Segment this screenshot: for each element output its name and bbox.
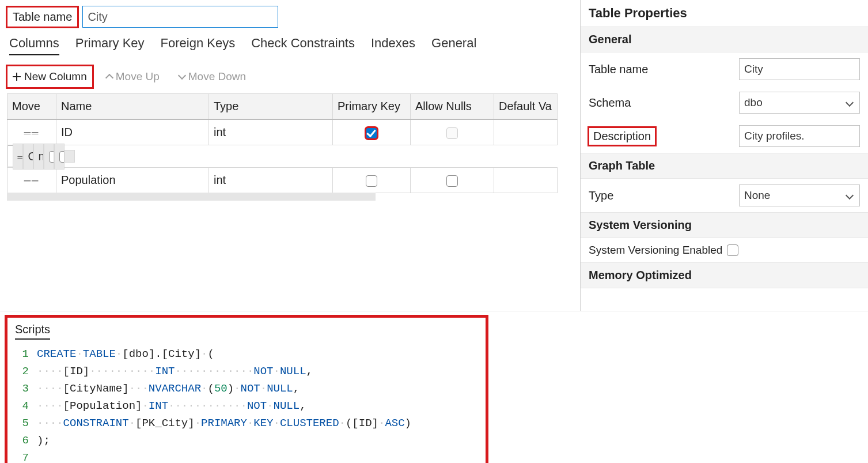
- prop-label-tablename: Table name: [589, 63, 733, 76]
- checkbox-allow-nulls[interactable]: [446, 127, 458, 139]
- cell-primary-key: [333, 168, 411, 193]
- move-down-button[interactable]: Move Down: [173, 66, 252, 88]
- prop-input-description[interactable]: [739, 125, 860, 147]
- scripts-title: Scripts: [15, 323, 50, 340]
- table-row[interactable]: ══Populationint: [7, 168, 558, 193]
- cell-primary-key: [44, 144, 54, 170]
- table-row[interactable]: ══IDint: [7, 119, 558, 145]
- move-up-label: Move Up: [116, 70, 160, 83]
- properties-title: Table Properties: [581, 6, 868, 27]
- prop-select-type-value: None: [744, 189, 770, 202]
- checkbox-allow-nulls[interactable]: [446, 175, 458, 187]
- scripts-box: Scripts 1CREATE·TABLE·[dbo].[City]·(2···…: [7, 317, 486, 463]
- cell-default[interactable]: [494, 119, 558, 145]
- drag-icon: ══: [24, 128, 40, 138]
- prop-row-description: Description: [581, 119, 868, 153]
- cell-type[interactable]: int: [209, 119, 333, 145]
- horizontal-scrollbar[interactable]: [7, 193, 376, 201]
- grid-header-name[interactable]: Name: [56, 94, 209, 120]
- grid-header-allownulls[interactable]: Allow Nulls: [411, 94, 494, 120]
- checkbox-primary-key[interactable]: [366, 127, 377, 139]
- prop-row-schema: Schema dbo: [581, 86, 868, 119]
- cell-default[interactable]: [65, 150, 75, 163]
- plus-icon: [13, 73, 21, 81]
- prop-label-sv-enabled: System Versioning Enabled: [589, 244, 722, 257]
- drag-icon: ══: [24, 176, 40, 186]
- section-system-versioning: System Versioning: [581, 212, 868, 238]
- grid-header-default[interactable]: Default Va: [494, 94, 558, 120]
- tab-check-constraints[interactable]: Check Constraints: [251, 36, 355, 54]
- properties-pane: Table Properties General Table name Sche…: [580, 0, 868, 311]
- chevron-down-icon: [846, 191, 854, 199]
- cell-name[interactable]: ID: [56, 119, 209, 145]
- table-name-label: Table name: [7, 7, 78, 27]
- prop-label-type: Type: [589, 189, 733, 202]
- cell-allow-nulls: [411, 168, 494, 193]
- prop-row-sv-enabled: System Versioning Enabled: [581, 238, 868, 262]
- prop-checkbox-sv-enabled[interactable]: [727, 244, 738, 256]
- section-memory-optimized: Memory Optimized: [581, 262, 868, 288]
- prop-row-type: Type None: [581, 179, 868, 212]
- section-general: General: [581, 27, 868, 52]
- app-root: Table name Columns Primary Key Foreign K…: [0, 0, 868, 463]
- main-area: Table name Columns Primary Key Foreign K…: [0, 0, 868, 311]
- chevron-down-icon: [178, 71, 186, 80]
- tab-primary-key[interactable]: Primary Key: [75, 36, 145, 54]
- cell-name[interactable]: CityName: [23, 144, 33, 170]
- prop-select-type[interactable]: None: [739, 185, 860, 206]
- tab-bar: Columns Primary Key Foreign Keys Check C…: [7, 36, 573, 55]
- columns-grid: Move Name Type Primary Key Allow Nulls D…: [7, 93, 558, 193]
- section-graph: Graph Table: [581, 153, 868, 179]
- move-up-button[interactable]: Move Up: [101, 66, 165, 88]
- cell-primary-key: [333, 119, 411, 145]
- prop-select-schema-value: dbo: [744, 96, 763, 109]
- new-column-button[interactable]: New Column: [7, 66, 93, 88]
- chevron-down-icon: [846, 99, 854, 107]
- prop-label-description: Description: [589, 127, 733, 145]
- prop-label-schema: Schema: [589, 96, 733, 110]
- tab-general[interactable]: General: [431, 36, 476, 54]
- checkbox-primary-key[interactable]: [49, 151, 54, 163]
- move-down-label: Move Down: [188, 70, 246, 83]
- cell-type[interactable]: nvarchar(50): [33, 144, 44, 170]
- grid-header-move: Move: [7, 94, 56, 120]
- chevron-up-icon: [105, 74, 113, 82]
- scripts-pane: Scripts 1CREATE·TABLE·[dbo].[City]·(2···…: [0, 311, 868, 463]
- cell-name[interactable]: Population: [56, 168, 209, 193]
- drag-handle[interactable]: ══: [13, 144, 23, 170]
- prop-row-tablename: Table name: [581, 52, 868, 86]
- tab-indexes[interactable]: Indexes: [371, 36, 415, 54]
- table-name-input[interactable]: [82, 6, 278, 28]
- tab-columns[interactable]: Columns: [9, 36, 59, 55]
- designer-pane: Table name Columns Primary Key Foreign K…: [0, 0, 580, 311]
- cell-allow-nulls: [54, 144, 65, 170]
- cell-type[interactable]: int: [209, 168, 333, 193]
- grid-header-type[interactable]: Type: [209, 94, 333, 120]
- drag-handle[interactable]: ══: [7, 119, 56, 145]
- drag-icon: ══: [18, 152, 23, 163]
- cell-default[interactable]: [494, 168, 558, 193]
- grid-header-row: Move Name Type Primary Key Allow Nulls D…: [7, 94, 558, 120]
- scripts-editor[interactable]: 1CREATE·TABLE·[dbo].[City]·(2····[ID]···…: [13, 345, 480, 463]
- table-name-row: Table name: [7, 6, 573, 28]
- new-column-label: New Column: [24, 70, 87, 83]
- drag-handle[interactable]: ══: [7, 168, 56, 193]
- prop-select-schema[interactable]: dbo: [739, 92, 860, 114]
- tab-foreign-keys[interactable]: Foreign Keys: [161, 36, 236, 54]
- checkbox-primary-key[interactable]: [366, 175, 377, 187]
- table-row[interactable]: ══CityNamenvarchar(50): [7, 145, 56, 167]
- columns-toolbar: New Column Move Up Move Down: [7, 66, 573, 88]
- checkbox-allow-nulls[interactable]: [59, 151, 65, 163]
- cell-allow-nulls: [411, 119, 494, 145]
- prop-input-tablename[interactable]: [739, 58, 860, 80]
- grid-header-primarykey[interactable]: Primary Key: [333, 94, 411, 120]
- grid-body: ══IDint══CityNamenvarchar(50)══Populatio…: [7, 119, 558, 193]
